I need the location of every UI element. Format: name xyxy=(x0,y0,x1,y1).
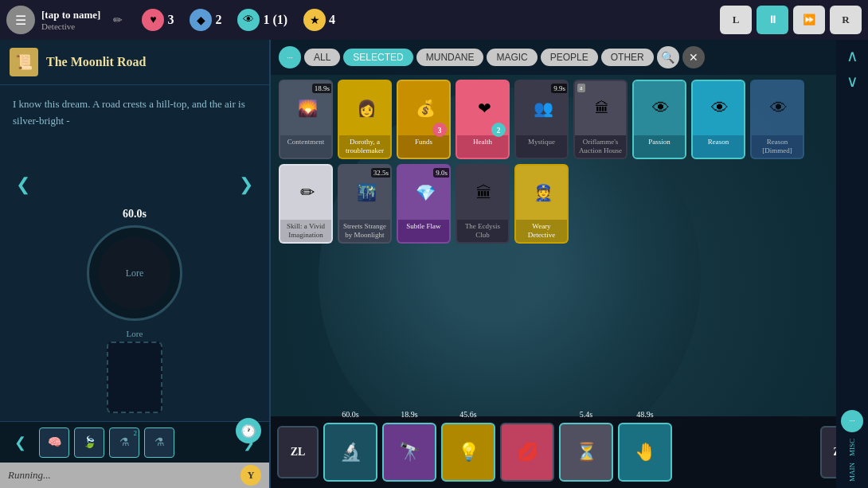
edit-icon[interactable]: ✏ xyxy=(113,14,123,27)
top-bar: ☰ [tap to name] Detective ✏ ♥ 3 ◆ 2 👁 1 … xyxy=(0,0,868,40)
filter-dots-button[interactable]: ··· xyxy=(279,46,301,68)
card-funds[interactable]: 💰 Funds 3 xyxy=(397,80,451,159)
card-slot[interactable] xyxy=(107,342,162,413)
menu-button[interactable]: ☰ xyxy=(6,6,35,34)
story-header: 📜 The Moonlit Road xyxy=(0,40,269,85)
character-info: [tap to name] Detective xyxy=(41,9,100,31)
card-subtle-flaw[interactable]: 💎 9.0s Subtle Flaw xyxy=(397,164,451,244)
droplet-count: 2 xyxy=(215,13,221,27)
card-reason[interactable]: 👁 Reason xyxy=(691,80,745,159)
clock-icon[interactable]: 🕐 xyxy=(236,418,261,443)
action-timer-5: 5.4s xyxy=(580,410,592,419)
main-label: MAIN xyxy=(848,463,856,482)
timer-name: Lore xyxy=(126,267,144,279)
action-card-2[interactable]: 18.9s 🔭 xyxy=(382,423,436,482)
story-text: I know this dream. A road crests a hill-… xyxy=(0,85,269,141)
fast-forward-button[interactable]: ⏩ xyxy=(793,6,825,34)
filter-magic[interactable]: MAGIC xyxy=(487,49,537,66)
action-card-5[interactable]: 5.4s ⏳ xyxy=(559,423,613,482)
timer-circle: Lore xyxy=(87,225,182,321)
droplet-icon: ◆ xyxy=(190,9,212,31)
tray-slot-2[interactable]: 🍃 xyxy=(74,427,104,458)
action-icon-3: 💡 xyxy=(458,442,479,463)
card-contentment[interactable]: 🌄 18.9s Contentment xyxy=(279,80,333,159)
right-panel: ∧ ∨ ··· MISC MAIN xyxy=(836,40,868,488)
menu-icon: ☰ xyxy=(15,13,26,28)
running-text: Running... xyxy=(8,469,51,482)
character-class: Detective xyxy=(41,21,100,31)
cards-grid: 🌄 18.9s Contentment 👩 Dorothy, a trouble… xyxy=(271,75,868,248)
card-passion[interactable]: 👁 Passion xyxy=(632,80,686,159)
tray-slot-1[interactable]: 🧠 xyxy=(39,427,69,458)
filter-all[interactable]: ALL xyxy=(304,49,340,66)
r-button[interactable]: R xyxy=(830,6,862,34)
timer-value: 60.0s xyxy=(123,208,147,221)
heart-icon: ♥ xyxy=(142,9,164,31)
tray-slot-3[interactable]: ⚗ 2 xyxy=(109,427,139,458)
left-arrow[interactable]: ❮ xyxy=(8,171,38,198)
card-ecdysis[interactable]: 🏛 The Ecdysis Club xyxy=(456,164,510,244)
card-mystique[interactable]: 👥 9.9s Mystique xyxy=(514,80,569,159)
timer-inner: Lore xyxy=(99,237,170,309)
heart-count: 3 xyxy=(167,13,174,27)
misc-label: MISC xyxy=(848,439,856,456)
tray-slot-4[interactable]: ⚗ xyxy=(144,427,174,458)
stat-sun: ★ 4 xyxy=(303,9,335,31)
filter-selected[interactable]: SELECTED xyxy=(343,49,412,66)
right-arrow[interactable]: ❯ xyxy=(231,171,261,198)
right-dots-button[interactable]: ··· xyxy=(841,410,863,432)
close-filter-button[interactable]: ✕ xyxy=(682,46,705,68)
filter-people[interactable]: PEOPLE xyxy=(541,49,598,66)
action-card-3[interactable]: 45.6s 💡 xyxy=(441,423,495,482)
card-oriflamme[interactable]: 🏛 a Oriflamme's Auction House xyxy=(573,80,628,159)
card-skill-vivid[interactable]: ✏ Skill: a Vivid Imagination xyxy=(279,164,333,244)
story-icon: 📜 xyxy=(10,48,38,76)
pause-button[interactable]: ⏸ xyxy=(757,6,788,34)
action-timer-3: 45.6s xyxy=(459,410,476,419)
zl-button[interactable]: ZL xyxy=(277,426,319,478)
action-icon-4: 💋 xyxy=(517,442,538,463)
timer-section: 60.0s Lore Lore xyxy=(0,203,269,421)
action-card-6[interactable]: 48.9s 🤚 xyxy=(618,423,672,482)
left-panel: 📜 The Moonlit Road I know this dream. A … xyxy=(0,40,271,488)
sun-count: 4 xyxy=(329,13,335,27)
top-right-buttons: L ⏸ ⏩ R xyxy=(720,6,862,34)
bottom-tray: ❮ 🧠 🍃 ⚗ 2 ⚗ ❯ xyxy=(0,421,269,463)
l-button[interactable]: L xyxy=(720,6,752,34)
action-timer-2: 18.9s xyxy=(401,410,417,419)
card-dorothy[interactable]: 👩 Dorothy, a troublemaker xyxy=(338,80,392,159)
card-health[interactable]: ❤ Health 2 xyxy=(456,80,510,159)
action-icon-5: ⏳ xyxy=(576,442,597,463)
card-reason-dimmed[interactable]: 👁 Reason [Dimmed] xyxy=(750,80,804,159)
running-bar: Running... Y xyxy=(0,463,269,488)
card-weary-detective[interactable]: 👮 Weary Detective xyxy=(514,164,569,244)
stat-droplet: ◆ 2 xyxy=(190,9,221,31)
bottom-action-bar: ZL 60.0s 🔬 18.9s 🔭 45.6s 💡 💋 5.4s ⏳ 48.9… xyxy=(271,416,868,488)
left-nav: ❮ ❯ xyxy=(0,166,269,203)
action-icon-6: 🤚 xyxy=(635,442,656,463)
story-title: The Moonlit Road xyxy=(46,55,146,69)
action-card-4[interactable]: 💋 xyxy=(500,423,554,482)
card-streets[interactable]: 🌃 32.5s Streets Strange by Moonlight xyxy=(338,164,392,244)
action-card-1[interactable]: 60.0s 🔬 xyxy=(323,423,377,482)
tray-left-arrow[interactable]: ❮ xyxy=(6,431,34,455)
filter-other[interactable]: OTHER xyxy=(601,49,654,66)
eye-count: 1 (1) xyxy=(263,13,287,27)
y-button[interactable]: Y xyxy=(240,465,261,486)
eye-icon: 👁 xyxy=(237,9,260,31)
action-icon-1: 🔬 xyxy=(340,442,362,463)
right-panel-up-arrow[interactable]: ∧ xyxy=(846,46,858,65)
stat-heart: ♥ 3 xyxy=(142,9,174,31)
slot-label: Lore xyxy=(127,329,143,338)
stat-eye: 👁 1 (1) xyxy=(237,9,287,31)
action-timer-6: 48.9s xyxy=(636,410,653,419)
action-icon-2: 🔭 xyxy=(399,442,420,463)
search-button[interactable]: 🔍 xyxy=(657,46,679,68)
action-timer-1: 60.0s xyxy=(342,410,358,419)
character-name: [tap to name] xyxy=(41,9,100,21)
filter-bar: ··· ALL SELECTED MUNDANE MAGIC PEOPLE OT… xyxy=(271,40,868,75)
zl-label: ZL xyxy=(291,446,306,459)
sun-icon: ★ xyxy=(303,9,326,31)
filter-mundane[interactable]: MUNDANE xyxy=(416,49,484,66)
right-panel-down-arrow[interactable]: ∨ xyxy=(846,72,858,91)
